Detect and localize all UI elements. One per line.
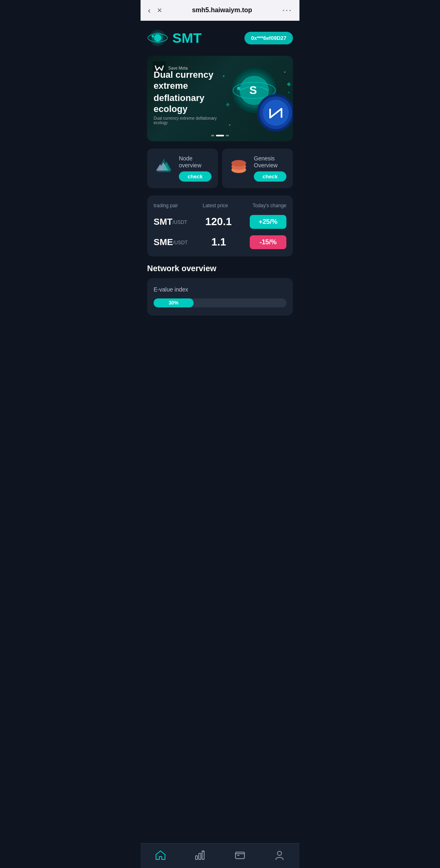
banner-dot-3 <box>226 135 229 136</box>
svg-text:S: S <box>249 84 257 96</box>
progress-bar-background: 30% <box>154 298 286 307</box>
browser-nav-icons: ‹ × <box>148 6 162 15</box>
sme-change-badge: -15/% <box>250 235 286 249</box>
progress-percent-label: 30% <box>169 300 178 306</box>
node-overview-label: Node overview <box>179 155 211 169</box>
svg-point-26 <box>231 160 246 167</box>
col-latest-price: Latest price <box>202 203 228 208</box>
smt-pair-main: SMT <box>154 217 172 227</box>
banner-dots <box>211 135 229 136</box>
app-header: SMT 0x***6ef09D27 <box>147 27 293 48</box>
browser-back-button[interactable]: ‹ <box>148 6 151 15</box>
logo-area: SMT <box>147 27 202 48</box>
banner-text-area: Dual currency extreme deflationary ecolo… <box>154 70 220 125</box>
browser-more-button[interactable]: ··· <box>282 5 292 15</box>
genesis-overview-card: Genesis Overview check <box>222 149 293 188</box>
svg-point-19 <box>288 92 290 93</box>
node-overview-info: Node overview check <box>179 155 211 182</box>
genesis-check-button[interactable]: check <box>254 171 286 182</box>
node-overview-card: Node overview check <box>147 149 218 188</box>
progress-bar-fill: 30% <box>154 298 194 307</box>
app-content: SMT 0x***6ef09D27 Save Meta Dual currenc… <box>141 21 299 355</box>
smt-price: 120.1 <box>187 215 250 228</box>
sme-pair: SME/USDT <box>154 237 188 248</box>
col-todays-change: Today's change <box>253 203 286 208</box>
network-card: E-value index 30% <box>147 278 293 316</box>
genesis-overview-label: Genesis Overview <box>254 155 286 169</box>
genesis-overview-icon <box>229 155 249 175</box>
banner-coins-image: S <box>216 60 293 137</box>
node-check-button[interactable]: check <box>179 171 211 182</box>
svg-point-2 <box>154 34 161 42</box>
banner-title-line2: deflationary ecology <box>154 93 220 114</box>
trading-row-smt: SMT/USDT 120.1 +25/% <box>154 215 286 229</box>
col-trading-pair: trading pair <box>154 203 178 208</box>
network-section: Network overview E-value index 30% <box>147 264 293 316</box>
svg-point-17 <box>284 72 286 73</box>
smt-logo-icon <box>147 27 168 48</box>
sme-price: 1.1 <box>188 236 250 248</box>
node-overview-icon <box>154 155 174 175</box>
banner-dot-1 <box>211 135 214 136</box>
trading-table-header: trading pair Latest price Today's change <box>154 203 286 208</box>
network-section-title: Network overview <box>147 264 293 273</box>
banner-subtitle: Dual currency extreme deflationary ecolo… <box>154 116 220 125</box>
banner-title-line1: Dual currency extreme <box>154 70 220 91</box>
evalue-index-label: E-value index <box>154 286 286 293</box>
smt-pair-sub: /USDT <box>172 219 187 225</box>
svg-point-16 <box>223 75 224 77</box>
browser-url[interactable]: smh5.haiwaiym.top <box>162 7 282 14</box>
smt-pair: SMT/USDT <box>154 217 187 227</box>
trading-row-sme: SME/USDT 1.1 -15/% <box>154 235 286 249</box>
sme-pair-main: SME <box>154 237 173 247</box>
banner-dot-2 <box>216 135 224 136</box>
genesis-overview-info: Genesis Overview check <box>254 155 286 182</box>
svg-point-18 <box>229 125 231 126</box>
smt-change-badge: +25/% <box>250 215 286 229</box>
svg-point-4 <box>152 35 154 37</box>
overview-cards: Node overview check Genesis Overview che… <box>147 149 293 188</box>
svg-point-11 <box>237 87 240 90</box>
wallet-address-badge[interactable]: 0x***6ef09D27 <box>244 32 293 44</box>
browser-bar: ‹ × smh5.haiwaiym.top ··· <box>141 0 299 21</box>
browser-close-button[interactable]: × <box>157 6 162 15</box>
banner: Save Meta Dual currency extreme deflatio… <box>147 56 293 141</box>
logo-text: SMT <box>172 30 202 46</box>
sme-pair-sub: /USDT <box>173 240 188 245</box>
trading-table: trading pair Latest price Today's change… <box>147 195 293 256</box>
